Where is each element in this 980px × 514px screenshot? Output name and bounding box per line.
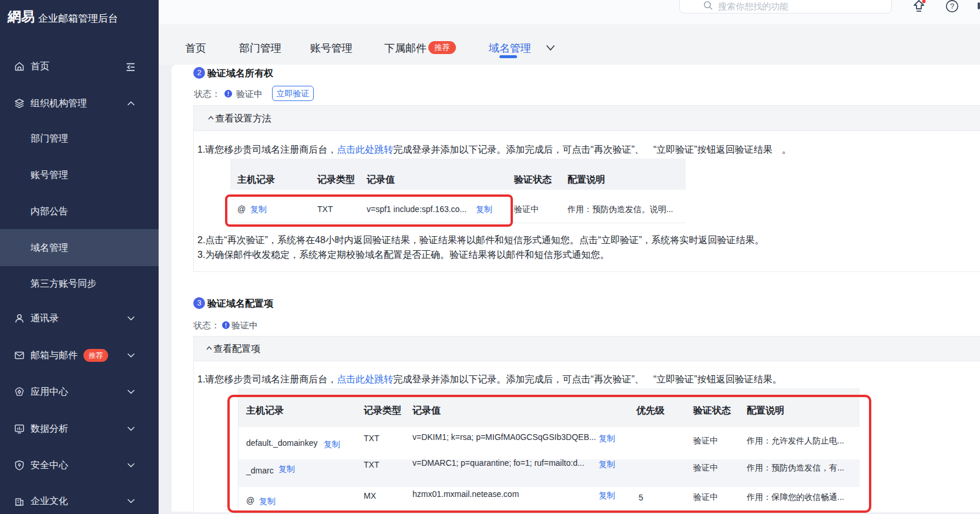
svg-text:?: ? [950,2,954,11]
